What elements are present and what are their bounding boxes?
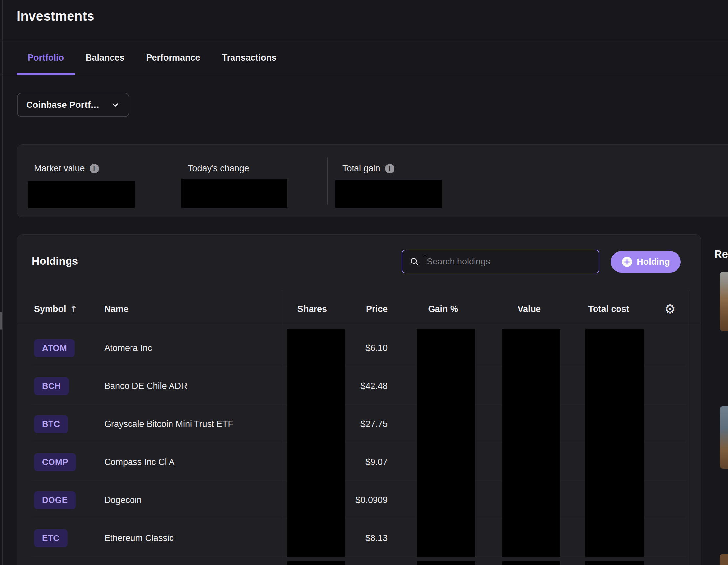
column-header-name[interactable]: Name [104,304,129,314]
search-icon [410,257,419,267]
holding-price: $8.13 [365,533,388,543]
holding-name: Dogecoin [104,495,142,505]
value-column-redacted [502,561,560,565]
gain-column-redacted [417,329,475,557]
holdings-card: Holdings Holding Symbol ↑ Name Shares Pr… [17,234,701,565]
summary-card: Market value i Today's change Total gain… [17,144,728,217]
shares-column-redacted [287,329,345,557]
holding-price: $42.48 [360,381,388,391]
column-header-price[interactable]: Price [366,304,388,314]
holding-name: Banco DE Chile ADR [104,381,188,391]
holdings-search-box[interactable] [402,250,599,273]
gain-column-redacted [417,561,475,565]
portfolio-selector-label: Coinbase Portf… [26,100,100,110]
tab-transactions[interactable]: Transactions [211,40,288,75]
total-cost-column-redacted [585,561,644,565]
holding-name: Ethereum Classic [104,533,174,543]
text-caret [425,256,425,268]
column-header-shares[interactable]: Shares [297,304,327,314]
market-value-label: Market value [34,164,85,174]
total-gain-label: Total gain [342,164,380,174]
total-cost-column-redacted [585,329,644,557]
column-header-value[interactable]: Value [517,304,541,314]
tab-balances[interactable]: Balances [75,40,135,75]
market-value-label-row: Market value i [34,164,99,174]
holdings-title: Holdings [32,255,78,268]
search-input[interactable] [427,257,592,267]
side-panel-thumbnail[interactable] [720,406,728,469]
symbol-badge: BCH [34,377,69,395]
holding-price: $6.10 [365,343,388,353]
app-left-edge-divider [2,0,3,565]
add-holding-label: Holding [637,257,670,267]
symbol-badge: COMP [34,453,76,471]
symbol-badge: BTC [34,415,68,433]
symbol-badge: ATOM [34,339,75,357]
holding-name: Grayscale Bitcoin Mini Trust ETF [104,419,233,429]
side-panel-thumbnail[interactable] [720,554,728,565]
total-gain-label-row: Total gain i [342,164,394,174]
chevron-down-icon [111,100,120,110]
holding-name: Atomera Inc [104,343,152,353]
gear-icon[interactable]: ⚙ [662,301,678,317]
shares-column-redacted [287,561,345,565]
tab-portfolio[interactable]: Portfolio [17,40,75,75]
holding-name: Compass Inc Cl A [104,457,175,467]
tab-performance[interactable]: Performance [135,40,211,75]
total-gain-redacted [335,180,442,208]
scrollbar-thumb[interactable] [0,312,2,330]
holding-price: $27.75 [360,419,388,429]
todays-change-redacted [181,179,287,208]
info-icon[interactable]: i [90,164,99,173]
side-panel-heading: Re [714,248,728,261]
portfolio-selector-dropdown[interactable]: Coinbase Portf… [17,93,129,117]
plus-circle-icon [621,256,633,268]
table-header-row: Symbol ↑ Name Shares Price Gain % Value … [17,295,701,323]
symbol-badge: DOGE [34,491,76,509]
holding-price: $9.07 [365,457,388,467]
info-icon[interactable]: i [385,164,394,173]
side-panel-thumbnail[interactable] [720,272,728,331]
column-header-total-cost[interactable]: Total cost [588,304,629,314]
todays-change-label-row: Today's change [188,164,249,174]
symbol-header-label: Symbol [34,304,66,314]
value-column-redacted [502,329,560,557]
tab-bar: Portfolio Balances Performance Transacti… [0,40,728,75]
symbol-badge: ETC [34,529,68,547]
holding-price: $0.0909 [355,495,388,505]
summary-divider [327,158,328,204]
add-holding-button[interactable]: Holding [611,251,681,273]
market-value-redacted [28,181,135,209]
todays-change-label: Today's change [188,164,249,174]
sort-ascending-icon: ↑ [70,304,78,314]
column-header-symbol[interactable]: Symbol ↑ [34,304,77,314]
column-header-gain[interactable]: Gain % [428,304,458,314]
page-title: Investments [17,9,94,24]
